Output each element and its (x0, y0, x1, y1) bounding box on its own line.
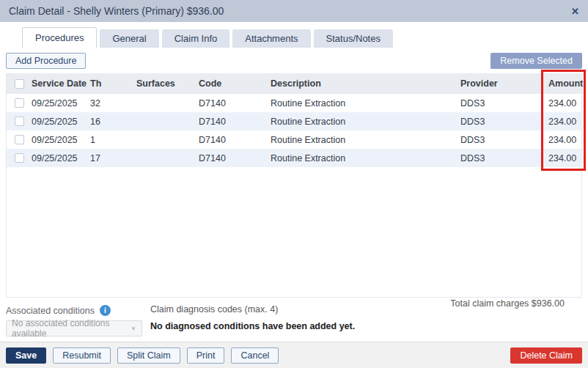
cell-th: 32 (90, 94, 136, 112)
tab-status-notes[interactable]: Status/Notes (314, 29, 393, 48)
cell-th: 17 (90, 149, 136, 167)
cell-code: D7140 (199, 149, 271, 167)
row-checkbox[interactable] (15, 135, 24, 144)
cell-description: Routine Extraction (271, 149, 460, 167)
procedures-table: Service Date Th Surfaces Code Descriptio… (6, 73, 582, 298)
split-claim-button[interactable]: Split Claim (117, 347, 180, 364)
table-header-row: Service Date Th Surfaces Code Descriptio… (7, 73, 583, 94)
tab-bar: Procedures General Claim Info Attachment… (22, 27, 396, 48)
col-provider: Provider (460, 73, 548, 94)
chevron-down-icon: ▼ (131, 325, 136, 332)
delete-claim-button[interactable]: Delete Claim (510, 347, 582, 364)
tab-label: Procedures (35, 32, 84, 43)
cell-amount: 234.00 (548, 112, 583, 130)
table-row[interactable]: 09/25/2025 16 D7140 Routine Extraction D… (7, 112, 583, 130)
diagnosis-empty-text: No diagnosed conditions have been added … (150, 321, 355, 331)
cell-code: D7140 (199, 112, 271, 130)
cell-amount: 234.00 (548, 130, 583, 149)
cell-surfaces (136, 149, 199, 167)
tab-general[interactable]: General (100, 29, 158, 48)
claim-detail-dialog: Claim Detail - Shelly Winters (Primary) … (0, 0, 588, 368)
dialog-title: Claim Detail - Shelly Winters (Primary) … (9, 5, 224, 17)
remove-selected-button[interactable]: Remove Selected (490, 53, 582, 69)
close-icon[interactable]: ✕ (571, 7, 579, 16)
total-claim-charges: Total claim charges $936.00 (450, 298, 565, 309)
cell-amount: 234.00 (548, 94, 583, 112)
tab-attachments[interactable]: Attachments (232, 29, 310, 48)
tab-claim-info[interactable]: Claim Info (162, 29, 230, 48)
select-all-cell (7, 73, 32, 94)
tab-label: General (112, 33, 146, 44)
info-icon[interactable]: i (100, 305, 111, 316)
cell-code: D7140 (199, 130, 271, 149)
print-button[interactable]: Print (187, 347, 225, 364)
tab-procedures[interactable]: Procedures (22, 27, 97, 48)
save-button[interactable]: Save (6, 347, 46, 364)
row-checkbox[interactable] (15, 117, 24, 126)
table-row[interactable]: 09/25/2025 1 D7140 Routine Extraction DD… (7, 130, 583, 149)
cancel-button[interactable]: Cancel (231, 347, 279, 364)
cell-service-date: 09/25/2025 (32, 94, 90, 112)
cell-surfaces (136, 112, 199, 130)
add-procedure-button[interactable]: Add Procedure (6, 53, 86, 69)
associated-conditions-text: Associated conditions (6, 306, 95, 316)
tab-label: Attachments (245, 33, 298, 44)
cell-service-date: 09/25/2025 (32, 112, 90, 130)
col-surfaces: Surfaces (136, 73, 199, 94)
footer-bar: Save Resubmit Split Claim Print Cancel D… (0, 342, 588, 368)
col-description: Description (271, 73, 460, 94)
cell-description: Routine Extraction (271, 130, 460, 149)
cell-description: Routine Extraction (271, 94, 460, 112)
cell-provider: DDS3 (460, 112, 548, 130)
associated-conditions-label: Associated conditions i (6, 305, 111, 316)
table-row[interactable]: 09/25/2025 17 D7140 Routine Extraction D… (7, 149, 583, 167)
cell-service-date: 09/25/2025 (32, 149, 90, 167)
select-all-checkbox[interactable] (15, 79, 24, 89)
col-th: Th (90, 73, 136, 94)
tab-label: Claim Info (174, 33, 218, 44)
cell-surfaces (136, 130, 199, 149)
col-code: Code (199, 73, 271, 94)
cell-surfaces (136, 94, 199, 112)
cell-provider: DDS3 (460, 149, 548, 167)
cell-service-date: 09/25/2025 (32, 130, 90, 149)
cell-provider: DDS3 (460, 94, 548, 112)
row-checkbox[interactable] (15, 98, 24, 108)
table-row[interactable]: 09/25/2025 32 D7140 Routine Extraction D… (7, 94, 583, 112)
dropdown-value: No associated conditions available (12, 318, 131, 339)
title-bar: Claim Detail - Shelly Winters (Primary) … (0, 0, 588, 22)
col-service-date: Service Date (32, 73, 90, 94)
cell-provider: DDS3 (460, 130, 548, 149)
cell-amount: 234.00 (548, 149, 583, 167)
tab-label: Status/Notes (326, 33, 381, 44)
associated-conditions-dropdown[interactable]: No associated conditions available ▼ (6, 320, 142, 336)
cell-description: Routine Extraction (271, 112, 460, 130)
resubmit-button[interactable]: Resubmit (53, 347, 111, 364)
cell-code: D7140 (199, 94, 271, 112)
diagnosis-codes-label: Claim diagnosis codes (max. 4) (150, 304, 278, 314)
col-amount: Amount (548, 73, 583, 94)
row-checkbox[interactable] (15, 153, 24, 163)
cell-th: 1 (90, 130, 136, 149)
cell-th: 16 (90, 112, 136, 130)
